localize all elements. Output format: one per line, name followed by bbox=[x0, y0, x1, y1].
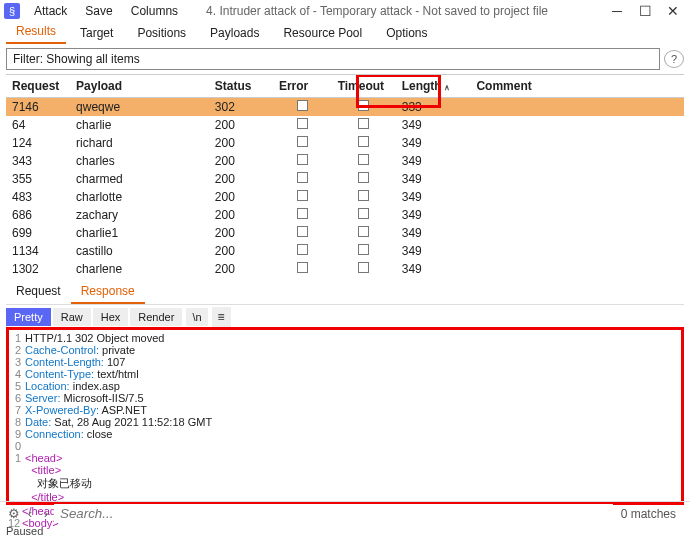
settings-icon[interactable]: ⚙ bbox=[6, 506, 22, 521]
col-timeout[interactable]: Timeout bbox=[332, 75, 396, 98]
menu-attack[interactable]: Attack bbox=[26, 2, 75, 20]
results-table[interactable]: RequestPayloadStatusErrorTimeoutLength ∧… bbox=[6, 75, 684, 274]
table-row[interactable]: 64charlie200349 bbox=[6, 116, 684, 134]
subtab-render[interactable]: Render bbox=[130, 308, 182, 326]
tab-target[interactable]: Target bbox=[70, 22, 123, 44]
col-status[interactable]: Status bbox=[209, 75, 273, 98]
error-checkbox[interactable] bbox=[297, 100, 308, 111]
search-bar: ⚙ ‹ › 0 matches bbox=[0, 501, 690, 525]
app-icon: § bbox=[4, 3, 20, 19]
filter-bar[interactable]: Filter: Showing all items bbox=[6, 48, 660, 70]
tab-payloads[interactable]: Payloads bbox=[200, 22, 269, 44]
titlebar: § Attack Save Columns 4. Intruder attack… bbox=[0, 0, 690, 22]
table-row[interactable]: 355charmed200349 bbox=[6, 170, 684, 188]
error-checkbox[interactable] bbox=[297, 208, 308, 219]
col-request[interactable]: Request bbox=[6, 75, 70, 98]
main-tabs: Results Target Positions Payloads Resour… bbox=[0, 22, 690, 44]
tab-positions[interactable]: Positions bbox=[127, 22, 196, 44]
error-checkbox[interactable] bbox=[297, 136, 308, 147]
table-row[interactable]: 1302charlene200349 bbox=[6, 260, 684, 274]
view-subtabs: Pretty Raw Hex Render \n ≡ bbox=[6, 307, 684, 327]
window-title: 4. Intruder attack of - Temporary attack… bbox=[186, 4, 608, 18]
response-body[interactable]: 1HTTP/1.1 302 Object moved2Cache-Control… bbox=[6, 327, 684, 505]
hamburger-icon[interactable]: ≡ bbox=[212, 307, 231, 327]
menu-columns[interactable]: Columns bbox=[123, 2, 186, 20]
request-response-tabs: Request Response bbox=[6, 280, 684, 305]
timeout-checkbox[interactable] bbox=[358, 100, 369, 111]
timeout-checkbox[interactable] bbox=[358, 172, 369, 183]
table-row[interactable]: 483charlotte200349 bbox=[6, 188, 684, 206]
timeout-checkbox[interactable] bbox=[358, 136, 369, 147]
timeout-checkbox[interactable] bbox=[358, 262, 369, 273]
col-payload[interactable]: Payload bbox=[70, 75, 209, 98]
subtab-hex[interactable]: Hex bbox=[93, 308, 129, 326]
error-checkbox[interactable] bbox=[297, 190, 308, 201]
timeout-checkbox[interactable] bbox=[358, 244, 369, 255]
maximize-icon[interactable]: ☐ bbox=[636, 3, 654, 19]
close-icon[interactable]: ✕ bbox=[664, 3, 682, 19]
timeout-checkbox[interactable] bbox=[358, 190, 369, 201]
results-table-wrap: RequestPayloadStatusErrorTimeoutLength ∧… bbox=[6, 74, 684, 274]
timeout-checkbox[interactable] bbox=[358, 208, 369, 219]
error-checkbox[interactable] bbox=[297, 154, 308, 165]
help-icon[interactable]: ? bbox=[664, 50, 684, 68]
menubar: Attack Save Columns bbox=[26, 2, 186, 20]
subtab-raw[interactable]: Raw bbox=[53, 308, 91, 326]
chevron-left-icon[interactable]: ‹ bbox=[22, 506, 38, 521]
table-row[interactable]: 1134castillo200349 bbox=[6, 242, 684, 260]
timeout-checkbox[interactable] bbox=[358, 118, 369, 129]
tab-options[interactable]: Options bbox=[376, 22, 437, 44]
timeout-checkbox[interactable] bbox=[358, 154, 369, 165]
col-comment[interactable]: Comment bbox=[470, 75, 684, 98]
error-checkbox[interactable] bbox=[297, 226, 308, 237]
tab-resource-pool[interactable]: Resource Pool bbox=[273, 22, 372, 44]
table-row[interactable]: 343charles200349 bbox=[6, 152, 684, 170]
error-checkbox[interactable] bbox=[297, 172, 308, 183]
subtab-pretty[interactable]: Pretty bbox=[6, 308, 51, 326]
match-count: 0 matches bbox=[613, 507, 684, 521]
tab-results[interactable]: Results bbox=[6, 20, 66, 44]
tab-response[interactable]: Response bbox=[71, 280, 145, 304]
error-checkbox[interactable] bbox=[297, 244, 308, 255]
error-checkbox[interactable] bbox=[297, 262, 308, 273]
chevron-right-icon[interactable]: › bbox=[38, 506, 54, 521]
minimize-icon[interactable]: ─ bbox=[608, 3, 626, 19]
search-input[interactable] bbox=[54, 504, 613, 523]
error-checkbox[interactable] bbox=[297, 118, 308, 129]
table-row[interactable]: 686zachary200349 bbox=[6, 206, 684, 224]
col-length[interactable]: Length ∧ bbox=[396, 75, 471, 98]
tab-request[interactable]: Request bbox=[6, 280, 71, 304]
table-row[interactable]: 7146qweqwe302333 bbox=[6, 98, 684, 117]
status-bar: Paused bbox=[0, 525, 690, 541]
table-row[interactable]: 699charlie1200349 bbox=[6, 224, 684, 242]
timeout-checkbox[interactable] bbox=[358, 226, 369, 237]
col-error[interactable]: Error bbox=[273, 75, 332, 98]
menu-save[interactable]: Save bbox=[77, 2, 120, 20]
table-row[interactable]: 124richard200349 bbox=[6, 134, 684, 152]
newline-toggle[interactable]: \n bbox=[186, 308, 207, 326]
